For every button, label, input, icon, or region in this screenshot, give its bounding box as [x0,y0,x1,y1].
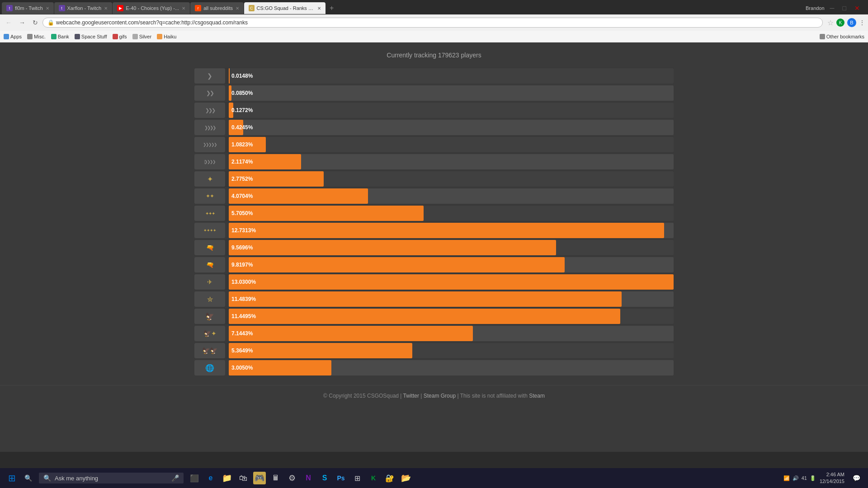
rank-icon-8: ✦✦ [194,188,225,204]
rank-row-15: 🦅 11.4495% [194,308,674,324]
footer-copyright: © Copyright 2015 CSGOSquad | [323,393,401,399]
silver-elite-master-icon: |❯❯❯❯ [204,160,215,164]
mge-icon: ✈ [207,278,212,286]
tab-close-2[interactable]: ✕ [104,6,108,11]
other-bookmarks-label: Other bookmarks [826,34,864,39]
bar-label-7: 2.7752% [231,176,253,182]
bookmark-gifs[interactable]: gifs [113,34,127,39]
bookmark-space-stuff[interactable]: Space Stuff [75,34,107,39]
bar-container-13: 13.0300% [229,274,674,290]
bookmark-apps[interactable]: Apps [4,34,22,39]
bar-container-15: 11.4495% [229,309,674,324]
tab-bar: t fl0m - Twitch ✕ t Xarflon - Twitch ✕ ▶… [0,0,868,14]
rank-row-12: 🔫 9.8197% [194,257,674,273]
tab-xarflon[interactable]: t Xarflon - Twitch ✕ [54,2,113,14]
rank-row-10: ✦✦✦✦ 12.7313% [194,222,674,239]
silver2-icon: ❯❯ [206,90,213,96]
bar-container-18: 3.0050% [229,360,674,375]
bookmark-misc-label: Misc. [34,34,46,39]
address-text: webcache.googleusercontent.com/search?q=… [56,19,818,26]
minimize-button[interactable]: ─ [827,3,837,13]
user-icon[interactable]: B [847,18,856,27]
bar-fill-9 [229,206,424,221]
mg1-icon: 🔫 [206,244,214,251]
rank-icon-16: 🦅✦ [194,326,225,341]
rank-icon-12: 🔫 [194,257,225,272]
bar-label-14: 11.4839% [231,296,256,302]
tab-close-4[interactable]: ✕ [236,6,239,11]
bar-label-9: 5.7050% [231,210,253,216]
bar-container-2: 0.0850% [229,85,674,101]
bookmark-haiku-label: Haiku [164,34,176,39]
bar-container-7: 2.7752% [229,171,674,187]
forward-button[interactable]: → [16,18,28,28]
tab-csgo[interactable]: C CS:GO Squad - Ranks Dist... ✕ [244,2,326,14]
footer-steam-link[interactable]: Steam [529,393,545,399]
bar-label-8: 4.0704% [231,193,253,199]
silver3-icon: ❯❯❯ [205,108,215,113]
gold-nova-master-icon: ✦✦✦✦ [203,228,216,233]
bar-fill-1 [229,68,230,84]
menu-icon[interactable]: ⋮ [859,19,865,26]
maximize-button[interactable]: □ [840,3,849,13]
back-button[interactable]: ← [3,18,14,28]
rank-icon-10: ✦✦✦✦ [194,223,225,238]
bookmark-misc[interactable]: Misc. [27,34,46,39]
bookmark-haiku[interactable]: Haiku [157,34,176,39]
apps-icon [4,34,9,39]
bar-label-13: 13.0300% [231,279,256,285]
bar-label-18: 3.0050% [231,365,253,371]
new-tab-button[interactable]: + [326,3,337,13]
bar-container-1: 0.0148% [229,68,674,84]
rank-icon-18: 🌐 [194,360,225,375]
refresh-button[interactable]: ↻ [30,18,41,28]
tab-close-5[interactable]: ✕ [317,6,321,11]
tab-label-1: fl0m - Twitch [15,5,43,11]
bookmark-silver[interactable]: Silver [132,34,152,39]
footer-separator1: | [420,393,422,399]
bar-fill-13 [229,274,674,290]
bar-fill-16 [229,326,473,341]
tab-favicon-3: ▶ [117,5,123,11]
footer-twitter-link[interactable]: Twitter [403,393,419,399]
tab-e40[interactable]: ▶ E-40 - Choices (Yup) -... ✕ [113,2,190,14]
bookmark-bank[interactable]: Bank [51,34,69,39]
rank-icon-1: ❯ [194,68,225,84]
bar-fill-14 [229,291,622,307]
other-bookmarks[interactable]: Other bookmarks [820,34,864,39]
bookmark-bank-label: Bank [58,34,69,39]
tab-close-1[interactable]: ✕ [46,6,49,11]
rank-icon-14: ✮ [194,291,225,307]
tab-label-4: all subreddits [203,5,233,11]
tab-reddit[interactable]: r all subreddits ✕ [190,2,244,14]
address-bar[interactable]: 🔒 webcache.googleusercontent.com/search?… [42,18,823,28]
footer-steam-group-link[interactable]: Steam Group [424,393,456,399]
bar-container-16: 7.1443% [229,326,674,341]
bar-label-3: 0.1272% [231,107,253,113]
misc-icon [27,34,33,39]
bar-container-11: 9.5696% [229,240,674,255]
rank-icon-7: ✦ [194,171,225,187]
bar-fill-11 [229,240,556,255]
page-footer: © Copyright 2015 CSGOSquad | Twitter | S… [0,385,868,406]
page-content: Currently tracking 179623 players ❯ 0.01… [0,42,868,452]
bar-container-17: 5.3649% [229,343,674,358]
bar-fill-12 [229,257,565,272]
tab-close-3[interactable]: ✕ [182,6,185,11]
silver1-icon: ❯ [207,72,212,80]
other-bookmarks-icon [820,34,825,39]
bar-fill-10 [229,223,664,238]
bookmarks-bar: Apps Misc. Bank Space Stuff gifs Silver … [0,31,868,42]
close-button[interactable]: ✕ [852,3,863,13]
bar-label-4: 0.4245% [231,124,253,131]
bar-container-9: 5.7050% [229,206,674,221]
rank-row-14: ✮ 11.4839% [194,291,674,307]
rank-row-18: 🌐 3.0050% [194,360,674,376]
bookmark-silver-label: Silver [139,34,152,39]
bookmark-star-icon[interactable]: ☆ [827,19,834,27]
tab-fl0m[interactable]: t fl0m - Twitch ✕ [2,2,54,14]
haiku-icon [157,34,162,39]
bar-container-14: 11.4839% [229,291,674,307]
rank-icon-3: ❯❯❯ [194,103,225,118]
bar-fill-17 [229,343,412,358]
